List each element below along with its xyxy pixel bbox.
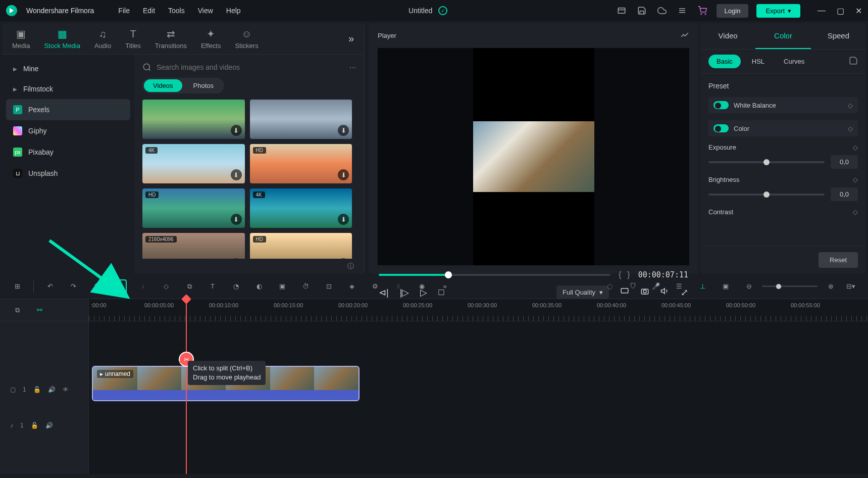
apps-icon[interactable]: ⊞ xyxy=(10,279,24,294)
preview-canvas[interactable] xyxy=(378,48,689,265)
tab-transitions[interactable]: ⇄Transitions xyxy=(155,28,187,50)
tab-video[interactable]: Video xyxy=(700,23,755,49)
stock-thumbnail[interactable]: 4K⬇ xyxy=(142,144,245,183)
split-tool-icon[interactable]: ✂ xyxy=(113,279,127,294)
cart-icon[interactable] xyxy=(696,5,708,17)
marker-a-icon[interactable]: ◌ xyxy=(602,279,617,294)
stock-thumbnail[interactable]: 4K⬇ xyxy=(250,188,352,228)
subtab-basic[interactable]: Basic xyxy=(708,55,741,68)
save-icon[interactable] xyxy=(636,5,648,17)
undo-icon[interactable]: ↶ xyxy=(43,279,57,294)
subtab-hsl[interactable]: HSL xyxy=(744,55,773,68)
download-icon[interactable]: ⬇ xyxy=(231,125,242,136)
project-title[interactable]: Untitled xyxy=(409,7,432,15)
music-icon[interactable]: ♪ xyxy=(136,279,150,294)
mute-icon[interactable]: 🔊 xyxy=(48,386,56,393)
search-field[interactable] xyxy=(157,63,343,71)
tab-titles[interactable]: TTitles xyxy=(125,28,141,50)
info-icon[interactable]: ⓘ xyxy=(347,262,354,271)
sidebar-item-giphy[interactable]: Giphy xyxy=(6,120,130,141)
visibility-icon[interactable]: 👁 xyxy=(63,386,69,393)
tab-stickers[interactable]: ☺Stickers xyxy=(235,28,258,50)
more-options-icon[interactable]: ⋯ xyxy=(349,64,356,71)
audio-track-head[interactable]: ♪1 🔓 🔊 xyxy=(0,407,88,444)
crop-icon[interactable]: ⧉ xyxy=(182,279,196,294)
list-icon[interactable]: ☰ xyxy=(672,279,686,294)
exposure-slider[interactable] xyxy=(708,161,825,163)
sidebar-item-pexels[interactable]: PPexels xyxy=(6,99,130,120)
tag-icon[interactable]: ◇ xyxy=(159,279,173,294)
eq-icon[interactable]: ⫴ xyxy=(391,279,405,294)
timeline-tracks[interactable]: :00:00 00:00:05:00 00:00:10:00 00:00:15:… xyxy=(89,299,868,474)
stock-thumbnail[interactable]: HD⬇ xyxy=(250,144,352,183)
stock-thumbnail[interactable]: ⬇ xyxy=(142,100,245,139)
menu-edit[interactable]: Edit xyxy=(143,7,155,15)
mute-icon[interactable]: 🔊 xyxy=(45,422,53,429)
tab-audio[interactable]: ♫Audio xyxy=(94,28,111,50)
sidebar-item-filmstock[interactable]: ▶Filmstock xyxy=(6,79,130,99)
download-icon[interactable]: ⬇ xyxy=(338,214,349,225)
zoom-in-icon[interactable]: ⊕ xyxy=(824,279,838,294)
subtab-curves[interactable]: Curves xyxy=(776,55,812,68)
zoom-slider[interactable] xyxy=(762,285,818,287)
download-icon[interactable]: ⬇ xyxy=(231,169,242,180)
text-icon[interactable]: T xyxy=(206,279,220,294)
link-track-icon[interactable]: ⚯ xyxy=(32,303,46,317)
brightness-value[interactable]: 0,0 xyxy=(831,187,858,201)
color-toggle[interactable]: Color ◇ xyxy=(708,120,858,136)
mic-icon[interactable]: 🎤 xyxy=(649,279,663,294)
tab-media[interactable]: ▣Media xyxy=(12,28,30,50)
sidebar-item-pixabay[interactable]: pxPixabay xyxy=(6,141,130,163)
view-options-icon[interactable]: ⊟▾ xyxy=(844,279,858,294)
redo-icon[interactable]: ↷ xyxy=(66,279,80,294)
zoom-out-icon[interactable]: ⊖ xyxy=(742,279,756,294)
lock-icon[interactable]: 🔓 xyxy=(33,386,41,393)
copy-track-icon[interactable]: ⧉ xyxy=(10,303,24,317)
color-icon[interactable]: ◐ xyxy=(252,279,266,294)
fit-icon[interactable]: ⊡ xyxy=(322,279,336,294)
save-preset-icon[interactable] xyxy=(849,56,858,67)
tab-color[interactable]: Color xyxy=(755,23,810,49)
video-track-head[interactable]: ▢1 🔓 🔊 👁 xyxy=(0,321,88,407)
tab-effects[interactable]: ✦Effects xyxy=(201,28,221,50)
brightness-slider[interactable] xyxy=(708,194,825,196)
tab-speed[interactable]: Speed xyxy=(811,23,866,49)
delete-icon[interactable]: 🗑 xyxy=(89,279,104,294)
stock-thumbnail[interactable]: HD⬇ xyxy=(142,188,245,228)
keyframe-tool-icon[interactable]: ◈ xyxy=(345,279,359,294)
timer-icon[interactable]: ⏱ xyxy=(298,279,313,294)
stock-thumbnail[interactable]: HD⬇ xyxy=(250,233,352,259)
menu-view[interactable]: View xyxy=(198,7,213,15)
maximize-icon[interactable]: ▢ xyxy=(837,6,844,16)
playhead[interactable] xyxy=(186,299,187,474)
tab-stock-media[interactable]: ▦Stock Media xyxy=(44,28,80,50)
close-icon[interactable]: ✕ xyxy=(855,6,862,16)
minimize-icon[interactable]: — xyxy=(818,6,826,16)
keyframe-icon[interactable]: ◇ xyxy=(853,176,858,183)
download-icon[interactable]: ⬇ xyxy=(338,169,349,180)
keyframe-icon[interactable]: ◇ xyxy=(848,125,853,132)
marker-b-icon[interactable]: ⛉ xyxy=(626,279,640,294)
player-progress[interactable] xyxy=(379,274,610,276)
adjust-icon[interactable]: ⚙ xyxy=(368,279,382,294)
videos-tab[interactable]: Videos xyxy=(144,79,182,92)
group-icon[interactable]: ◉ xyxy=(415,279,429,294)
stock-thumbnail[interactable]: ⬇ xyxy=(250,100,352,139)
download-icon[interactable]: ⬇ xyxy=(231,214,242,225)
download-icon[interactable]: ⬇ xyxy=(338,258,349,259)
cloud-icon[interactable] xyxy=(656,5,668,17)
keyframe-icon[interactable]: ◇ xyxy=(853,208,858,216)
search-input[interactable] xyxy=(142,63,343,72)
toggle-switch[interactable] xyxy=(713,124,729,132)
menu-file[interactable]: File xyxy=(118,7,130,15)
link-icon[interactable]: ▣ xyxy=(719,279,733,294)
stock-thumbnail[interactable]: 2160x4096⬇ xyxy=(142,233,245,259)
sidebar-item-unsplash[interactable]: ⊔Unsplash xyxy=(6,163,130,184)
export-button[interactable]: Export▾ xyxy=(756,4,800,18)
login-button[interactable]: Login xyxy=(717,4,749,18)
sidebar-item-mine[interactable]: ▶Mine xyxy=(6,59,130,79)
download-icon[interactable]: ⬇ xyxy=(231,258,242,259)
keyframe-icon[interactable]: ◇ xyxy=(853,144,858,151)
menu-help[interactable]: Help xyxy=(226,7,241,15)
speed-icon[interactable]: ◔ xyxy=(229,279,243,294)
